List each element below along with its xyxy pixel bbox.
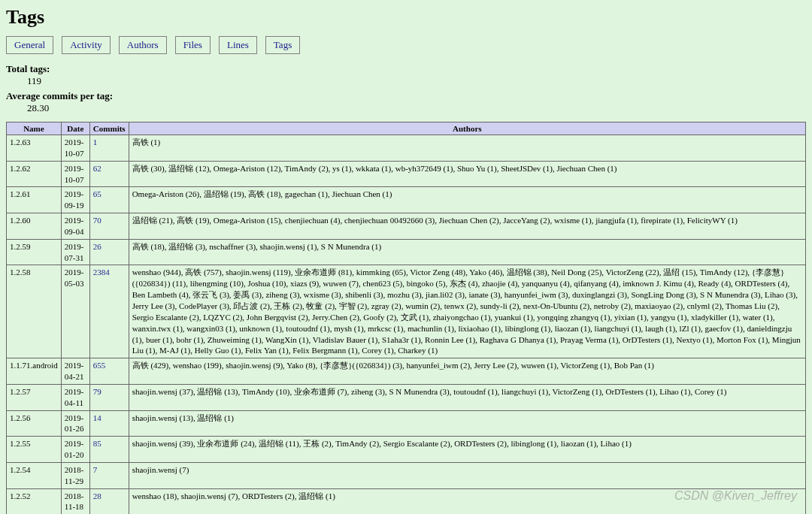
tag-date-cell: 2019-10-07: [61, 135, 89, 162]
tag-name-cell: 1.2.62: [7, 161, 62, 187]
table-row: 1.2.622019-10-0762高铁 (30), 温绍锦 (12), Ome…: [7, 161, 806, 187]
commits-link[interactable]: 655: [93, 361, 106, 370]
table-row: 1.2.542018-11-297shaojin.wensj (7): [7, 462, 806, 488]
commits-link[interactable]: 65: [93, 189, 102, 198]
tag-authors-cell: 高铁 (30), 温绍锦 (12), Omega-Ariston (12), T…: [129, 161, 805, 187]
tag-name-cell: 1.2.57: [7, 384, 62, 410]
commits-link[interactable]: 1: [93, 138, 98, 147]
table-row: 1.2.582019-05-032384wenshao (944), 高铁 (7…: [7, 265, 806, 358]
table-row: 1.2.612019-09-1965Omega-Ariston (26), 温绍…: [7, 187, 806, 213]
tag-authors-cell: wenshao (944), 高铁 (757), shaojin.wensj (…: [129, 265, 805, 358]
tag-commits-cell: 65: [89, 187, 129, 213]
commits-link[interactable]: 28: [93, 491, 102, 500]
tag-commits-cell: 62: [89, 161, 129, 187]
tag-date-cell: 2018-11-29: [61, 462, 89, 488]
tag-authors-cell: shaojin.wensj (37), 温绍锦 (13), TimAndy (1…: [129, 384, 805, 410]
tag-authors-cell: 高铁 (18), 温绍锦 (3), nschaffner (3), shaoji…: [129, 239, 805, 265]
tag-name-cell: 1.2.56: [7, 410, 62, 437]
total-tags-label: Total tags:: [6, 63, 806, 75]
tag-name-cell: 1.2.55: [7, 437, 62, 463]
col-commits: Commits: [89, 122, 129, 135]
tag-commits-cell: 28: [89, 488, 129, 514]
tag-name-cell: 1.2.61: [7, 187, 62, 213]
tag-date-cell: 2019-09-19: [61, 187, 89, 213]
commits-link[interactable]: 85: [93, 439, 102, 448]
tag-name-cell: 1.2.60: [7, 213, 62, 240]
tag-commits-cell: 2384: [89, 265, 129, 358]
tag-date-cell: 2019-07-31: [61, 239, 89, 265]
tag-name-cell: 1.2.63: [7, 135, 62, 162]
tag-commits-cell: 14: [89, 410, 129, 437]
tag-date-cell: 2019-04-11: [61, 384, 89, 410]
tag-authors-cell: shaojin.wensj (39), 业余布道师 (24), 温绍锦 (11)…: [129, 437, 805, 463]
tab-authors[interactable]: Authors: [119, 36, 167, 54]
commits-link[interactable]: 62: [93, 164, 102, 173]
tag-name-cell: 1.2.59: [7, 239, 62, 265]
tag-commits-cell: 1: [89, 135, 129, 162]
commits-link[interactable]: 26: [93, 242, 102, 251]
tag-authors-cell: Omega-Ariston (26), 温绍锦 (19), 高铁 (18), g…: [129, 187, 805, 213]
tag-date-cell: 2019-04-21: [61, 358, 89, 385]
tag-date-cell: 2019-05-03: [61, 265, 89, 358]
tag-authors-cell: 高铁 (429), wenshao (199), shaojin.wensj (…: [129, 358, 805, 385]
table-row: 1.2.562019-01-2614shaojin.wensj (13), 温绍…: [7, 410, 806, 437]
avg-commits-value: 28.30: [27, 102, 806, 114]
table-row: 1.2.572019-04-1179shaojin.wensj (37), 温绍…: [7, 384, 806, 410]
tag-commits-cell: 85: [89, 437, 129, 463]
table-row: 1.2.632019-10-071高铁 (1): [7, 135, 806, 162]
commits-link[interactable]: 14: [93, 413, 102, 422]
col-authors: Authors: [129, 122, 805, 135]
total-tags-value: 119: [27, 75, 806, 87]
tag-name-cell: 1.2.54: [7, 462, 62, 488]
tab-files[interactable]: Files: [175, 36, 211, 54]
tag-authors-cell: 温绍锦 (21), 高铁 (19), Omega-Ariston (15), c…: [129, 213, 805, 240]
tab-bar: General Activity Authors Files Lines Tag…: [6, 36, 806, 54]
tag-authors-cell: shaojin.wensj (7): [129, 462, 805, 488]
page-title: Tags: [6, 6, 806, 29]
tab-general[interactable]: General: [6, 36, 53, 54]
tab-tags[interactable]: Tags: [265, 36, 300, 54]
stats-list: Total tags: 119 Average commits per tag:…: [6, 63, 806, 114]
col-name: Name: [7, 122, 62, 135]
commits-link[interactable]: 2384: [93, 268, 110, 277]
commits-link[interactable]: 70: [93, 216, 102, 225]
table-row: 1.1.71.android2019-04-21655高铁 (429), wen…: [7, 358, 806, 385]
tab-activity[interactable]: Activity: [62, 36, 111, 54]
table-row: 1.2.592019-07-3126高铁 (18), 温绍锦 (3), nsch…: [7, 239, 806, 265]
tag-date-cell: 2018-11-18: [61, 488, 89, 514]
tag-commits-cell: 655: [89, 358, 129, 385]
table-row: 1.2.522018-11-1828wenshao (18), shaojin.…: [7, 488, 806, 514]
tag-authors-cell: 高铁 (1): [129, 135, 805, 162]
tag-commits-cell: 7: [89, 462, 129, 488]
tag-name-cell: 1.1.71.android: [7, 358, 62, 385]
tag-commits-cell: 70: [89, 213, 129, 240]
tag-commits-cell: 26: [89, 239, 129, 265]
tag-date-cell: 2019-01-20: [61, 437, 89, 463]
tag-authors-cell: shaojin.wensj (13), 温绍锦 (1): [129, 410, 805, 437]
commits-link[interactable]: 7: [93, 465, 98, 474]
tag-name-cell: 1.2.58: [7, 265, 62, 358]
table-row: 1.2.602019-09-0470温绍锦 (21), 高铁 (19), Ome…: [7, 213, 806, 240]
tag-authors-cell: wenshao (18), shaojin.wensj (7), ORDTest…: [129, 488, 805, 514]
tag-name-cell: 1.2.52: [7, 488, 62, 514]
table-row: 1.2.552019-01-2085shaojin.wensj (39), 业余…: [7, 437, 806, 463]
tag-commits-cell: 79: [89, 384, 129, 410]
col-date: Date: [61, 122, 89, 135]
commits-link[interactable]: 79: [93, 387, 102, 396]
tag-date-cell: 2019-01-26: [61, 410, 89, 437]
tags-table: Name Date Commits Authors 1.2.632019-10-…: [6, 122, 806, 514]
tag-date-cell: 2019-10-07: [61, 161, 89, 187]
tab-lines[interactable]: Lines: [219, 36, 257, 54]
tag-date-cell: 2019-09-04: [61, 213, 89, 240]
avg-commits-label: Average commits per tag:: [6, 90, 806, 102]
